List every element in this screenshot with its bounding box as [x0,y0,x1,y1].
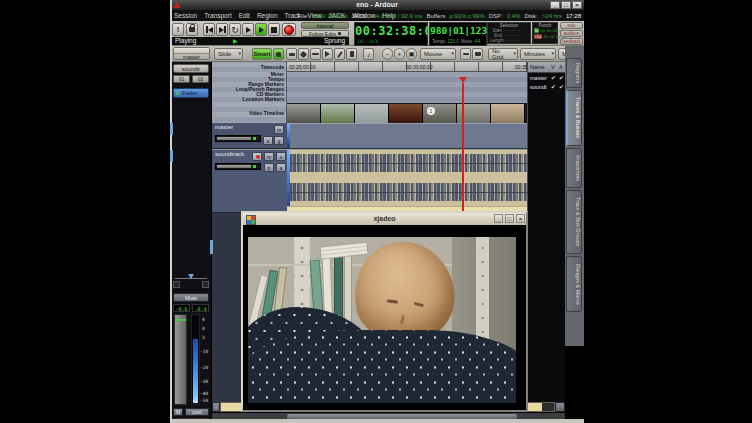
pane-handle[interactable] [210,240,213,254]
goto-end-button[interactable] [216,23,228,36]
gain-display[interactable]: -0.6 [173,304,190,312]
xjadeo-maximize-button[interactable]: □ [505,214,514,223]
menu-region[interactable]: Region [257,12,278,19]
xjadeo-window[interactable]: xjadeo _ □ × [241,211,528,412]
close-button[interactable]: × [572,1,582,9]
tab-ranges-marks[interactable]: Ranges & Marks [566,256,582,312]
menu-session[interactable]: Session [174,12,197,19]
note-tool-button[interactable]: ♪ [363,48,374,60]
draw-tool-button[interactable] [334,48,345,60]
soundtrack-mute-button[interactable]: m [264,152,274,161]
sync-internal-button[interactable]: Internal [301,22,349,29]
peak-display[interactable]: -8.4 [192,304,209,312]
tab-snapshots[interactable]: Snapshots [566,148,582,188]
monitor-section-button[interactable]: master [173,47,210,60]
tab-tracks-busses[interactable]: Tracks & Busses [566,90,582,146]
zoom-out-button[interactable]: − [382,48,393,60]
marker-rulers[interactable] [287,72,527,103]
summary-scroll-right-button[interactable] [555,402,565,412]
smart-mode-toggle[interactable]: Smart [252,48,272,60]
selection-length-value[interactable]: --:--:--:-- [504,38,520,43]
zoom-focus-select[interactable]: Mouse [420,48,456,60]
range-tool-button[interactable] [286,48,297,60]
play-range-button[interactable] [242,23,254,36]
xjadeo-minimize-button[interactable]: _ [494,214,503,223]
punch-in-button[interactable]: In [534,28,539,33]
tab-regions[interactable]: Regions [566,58,582,88]
pane-handle[interactable] [170,123,173,135]
playhead-line[interactable] [462,83,464,213]
audition-tool-button[interactable] [322,48,333,60]
video-timeline-row[interactable]: 1 [287,103,527,123]
soundtrack-p-button[interactable]: p [264,163,274,172]
soundtrack-track-header[interactable]: soundtrack m s p a g [212,150,287,213]
xjadeo-close-button[interactable]: × [516,214,525,223]
punch-out-button[interactable]: Out [534,34,542,39]
soundtrack-gain-slider[interactable] [215,163,261,170]
gain-fader[interactable] [174,314,187,405]
grid-units-select[interactable]: Minutes [520,48,556,60]
visible-checkbox[interactable]: ✔ [551,75,559,81]
solo-button[interactable]: solo [560,22,583,29]
maximize-button[interactable]: □ [561,1,571,9]
track-list-row[interactable]: soundt ✔ ✔ [528,82,565,91]
secondary-clock[interactable]: 980|01|1233 Tempo 120.0 Meter 4/4 [429,22,487,46]
edit-mode-select[interactable]: Slide [214,48,243,60]
expand-tracks-button[interactable] [472,48,483,60]
tab-track-bus-groups[interactable]: Track & Bus Groups [566,190,582,254]
master-mute-button[interactable]: m [274,125,284,134]
loop-button[interactable]: ↻ [229,23,241,36]
ruler-label-video-timeline[interactable]: Video Timeline [249,111,284,116]
minimize-button[interactable]: _ [550,1,560,9]
soundtrack-solo-button[interactable]: s [276,152,286,161]
active-checkbox[interactable]: ✔ [559,84,564,90]
region-start-edge[interactable] [287,124,290,148]
edit-internal-tool-button[interactable] [346,48,357,60]
meter-value[interactable]: 4/4 [474,39,480,44]
master-track-header[interactable]: master m a g [212,123,287,149]
soundtrack-audio-region[interactable] [287,150,527,213]
master-gain-slider[interactable] [215,135,261,142]
pan-left-box[interactable] [173,281,180,288]
mixer-route-button[interactable]: soundtr [173,64,209,73]
grab-tool-button[interactable] [273,48,284,60]
processor-active-led[interactable] [176,92,179,95]
record-button[interactable] [282,23,296,36]
mixer-input2-button[interactable]: 02 [192,75,209,83]
soundtrack-record-arm-button[interactable] [252,152,262,161]
horizontal-scrollbar[interactable] [212,412,565,419]
ruler-label-timecode[interactable]: Timecode [261,65,284,70]
soundtrack-track-name[interactable]: soundtrack [215,151,244,157]
pan-right-box[interactable] [202,281,209,288]
ardour-titlebar[interactable]: eno - Ardour _ □ × [170,0,584,10]
summary-scroll-left-button[interactable]: ‹ [212,402,220,412]
feedback-button[interactable]: feedback [560,38,583,45]
track-list-row[interactable]: master ✔ ✔ [528,73,565,82]
soundtrack-a-button[interactable]: a [276,163,286,172]
mixer-input1-button[interactable]: 01 [173,75,190,83]
menu-transport[interactable]: Transport [204,12,232,19]
shrink-tracks-button[interactable] [460,48,471,60]
gain-fader-handle[interactable] [175,319,186,321]
column-name[interactable]: Name [528,64,551,70]
zoom-in-button[interactable]: + [394,48,405,60]
column-active[interactable]: A [559,64,563,70]
column-visible[interactable]: V [551,64,559,70]
stretch-tool-button[interactable] [310,48,321,60]
goto-start-button[interactable] [203,23,215,36]
cut-tool-button[interactable] [298,48,309,60]
active-checkbox[interactable]: ✔ [559,75,564,81]
xjadeo-titlebar[interactable]: xjadeo _ □ × [243,213,526,225]
master-g-button[interactable]: g [274,136,284,145]
audition-button[interactable]: audition [560,30,583,37]
visible-checkbox[interactable]: ✔ [551,84,559,90]
follow-edits-button[interactable]: Follow Edits [301,30,349,37]
processor-fader-entry[interactable]: Fader [173,88,209,98]
pane-handle[interactable] [170,150,173,162]
midi-panic-button[interactable]: ! [172,23,184,36]
tempo-value[interactable]: 120.0 [448,39,459,44]
metering-button[interactable]: M [173,408,183,416]
play-button[interactable] [255,23,267,36]
mute-button[interactable]: Mute [173,293,209,302]
ruler-label-location-markers[interactable]: Location Markers [243,97,284,102]
